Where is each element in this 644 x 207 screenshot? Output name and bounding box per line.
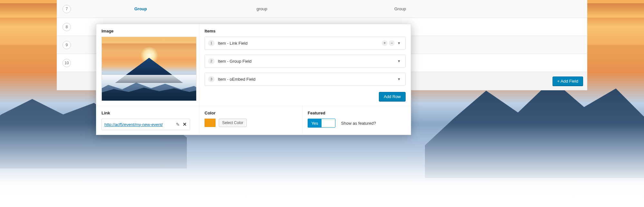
repeater-item[interactable]: 3 Item - oEmbed Field ▼ <box>205 73 406 86</box>
item-title: Item - Group Field <box>218 59 396 64</box>
items-label: Items <box>205 29 406 33</box>
featured-label: Featured <box>308 111 406 115</box>
collapse-toggle-icon[interactable]: ▼ <box>396 59 402 63</box>
field-label-link[interactable]: Group <box>134 6 147 11</box>
field-type: Group <box>394 6 587 11</box>
item-title: Item - Link Field <box>218 41 382 46</box>
row-number: 7 <box>62 5 71 13</box>
field-row[interactable]: 7 Group group Group <box>57 0 587 18</box>
add-item-icon[interactable]: + <box>382 40 388 46</box>
item-number: 1 <box>208 40 215 46</box>
remove-item-icon[interactable]: − <box>389 40 395 46</box>
remove-link-icon[interactable]: ✕ <box>182 122 187 127</box>
link-label: Link <box>101 111 194 115</box>
item-number: 2 <box>208 58 215 64</box>
link-field: http://acf5/event/my-new-event/ ✎ ✕ <box>101 119 190 130</box>
item-title: Item - oEmbed Field <box>218 77 396 82</box>
repeater-item[interactable]: 1 Item - Link Field + − ▼ <box>205 37 406 50</box>
link-url[interactable]: http://acf5/event/my-new-event/ <box>104 122 175 127</box>
field-name: group <box>256 6 394 11</box>
collapse-toggle-icon[interactable]: ▼ <box>396 41 402 45</box>
repeater-item[interactable]: 2 Item - Group Field ▼ <box>205 55 406 68</box>
image-preview[interactable] <box>101 37 197 101</box>
row-number: 9 <box>62 41 71 49</box>
toggle-on-label: Yes <box>308 119 322 127</box>
field-editor-card: Image Items 1 Item - Link Field + − ▼ <box>96 24 411 135</box>
collapse-toggle-icon[interactable]: ▼ <box>396 77 402 81</box>
add-field-button[interactable]: + Add Field <box>553 76 583 86</box>
color-label: Color <box>205 111 297 115</box>
featured-description: Show as featured? <box>341 121 376 126</box>
featured-toggle[interactable]: Yes <box>308 119 335 128</box>
select-color-button[interactable]: Select Color <box>219 119 247 127</box>
field-type: Clone <box>394 24 587 29</box>
image-label: Image <box>101 29 194 33</box>
item-number: 3 <box>208 76 215 82</box>
color-swatch[interactable] <box>205 119 216 127</box>
add-row-button[interactable]: Add Row <box>379 92 406 101</box>
edit-link-icon[interactable]: ✎ <box>175 122 181 127</box>
row-number: 8 <box>62 23 71 31</box>
row-number: 10 <box>62 59 71 67</box>
